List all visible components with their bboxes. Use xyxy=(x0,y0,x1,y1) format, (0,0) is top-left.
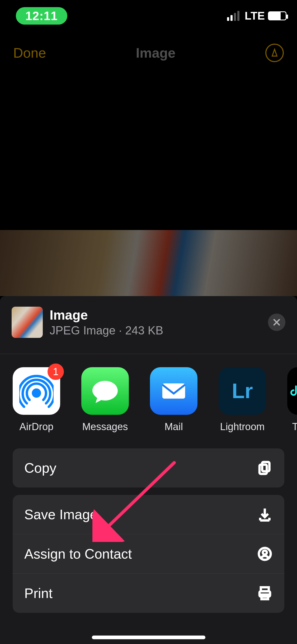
sheet-titles: Image JPEG Image · 243 KB xyxy=(50,307,163,337)
done-button[interactable]: Done xyxy=(13,45,46,61)
svg-rect-1 xyxy=(162,383,185,399)
item-thumbnail xyxy=(12,307,43,338)
status-time-pill[interactable]: 12:11 xyxy=(16,7,67,25)
copy-icon xyxy=(257,460,273,476)
contact-icon xyxy=(257,546,273,562)
airdrop-icon: 1 xyxy=(13,367,60,415)
actions: Copy Save Image Assign to Contact Print xyxy=(0,448,297,613)
app-lightroom[interactable]: Lr Lightroom xyxy=(219,367,266,433)
airdrop-badge: 1 xyxy=(48,364,64,380)
mail-icon xyxy=(150,367,197,415)
app-tiktok[interactable]: T xyxy=(287,367,297,433)
markup-button[interactable] xyxy=(265,44,284,62)
print-icon xyxy=(257,585,273,601)
tiktok-icon xyxy=(287,367,297,415)
app-label: Lightroom xyxy=(220,421,265,433)
download-icon xyxy=(257,507,273,522)
home-indicator[interactable] xyxy=(92,636,205,639)
share-sheet: Image JPEG Image · 243 KB 1 AirDrop Mess… xyxy=(0,296,297,644)
action-label: Print xyxy=(24,585,53,601)
share-apps-row[interactable]: 1 AirDrop Messages Mail Lr Lightroom xyxy=(0,354,297,448)
action-print[interactable]: Print xyxy=(13,573,284,613)
action-group-main: Save Image Assign to Contact Print xyxy=(13,495,284,613)
close-icon xyxy=(272,318,281,327)
status-right: LTE xyxy=(227,10,286,22)
signal-icon xyxy=(227,11,239,21)
app-airdrop[interactable]: 1 AirDrop xyxy=(13,367,60,433)
battery-icon xyxy=(268,11,286,20)
messages-icon xyxy=(81,367,129,415)
app-label: Messages xyxy=(82,421,128,433)
action-save-image[interactable]: Save Image xyxy=(13,495,284,534)
action-group-copy: Copy xyxy=(13,448,284,487)
action-label: Save Image xyxy=(24,507,98,522)
action-label: Copy xyxy=(24,460,56,476)
lightroom-icon: Lr xyxy=(219,367,266,415)
sheet-title: Image xyxy=(50,307,163,323)
app-label: T xyxy=(292,421,297,433)
network-label: LTE xyxy=(245,10,265,22)
action-copy[interactable]: Copy xyxy=(13,448,284,487)
app-messages[interactable]: Messages xyxy=(81,367,129,433)
action-assign-contact[interactable]: Assign to Contact xyxy=(13,534,284,573)
status-bar: 12:11 LTE xyxy=(0,0,297,32)
app-mail[interactable]: Mail xyxy=(150,367,197,433)
svg-point-5 xyxy=(263,551,267,555)
sheet-header: Image JPEG Image · 243 KB xyxy=(0,296,297,354)
action-label: Assign to Contact xyxy=(24,546,132,562)
close-button[interactable] xyxy=(268,314,285,331)
nav-title: Image xyxy=(136,45,176,61)
markup-icon xyxy=(270,48,279,58)
sheet-subtitle: JPEG Image · 243 KB xyxy=(50,324,163,337)
svg-point-0 xyxy=(33,390,40,397)
app-label: Mail xyxy=(164,421,183,433)
app-label: AirDrop xyxy=(20,421,54,433)
nav-bar: Done Image xyxy=(0,37,297,69)
